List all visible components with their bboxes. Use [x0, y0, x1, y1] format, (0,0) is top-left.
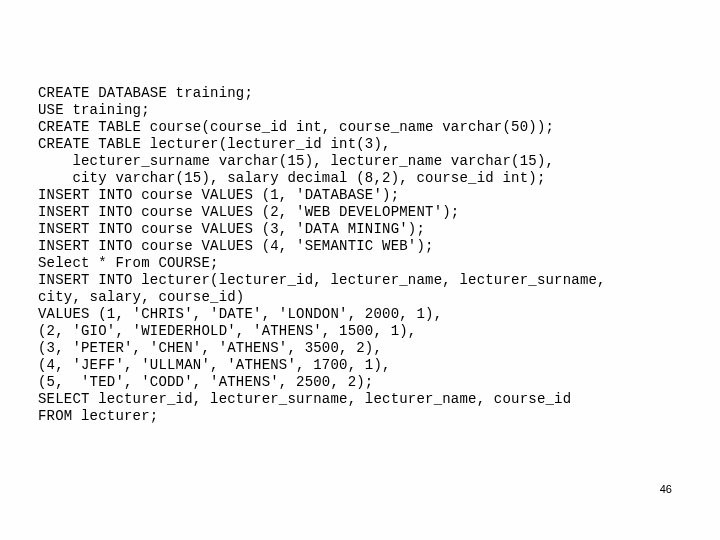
code-line: FROM lecturer; — [38, 408, 690, 425]
code-line: INSERT INTO course VALUES (1, 'DATABASE'… — [38, 187, 690, 204]
code-line: (2, 'GIO', 'WIEDERHOLD', 'ATHENS', 1500,… — [38, 323, 690, 340]
code-line: (4, 'JEFF', 'ULLMAN', 'ATHENS', 1700, 1)… — [38, 357, 690, 374]
code-line: CREATE TABLE lecturer(lecturer_id int(3)… — [38, 136, 690, 153]
code-line: VALUES (1, 'CHRIS', 'DATE', 'LONDON', 20… — [38, 306, 690, 323]
code-line: USE training; — [38, 102, 690, 119]
code-line: Select * From COURSE; — [38, 255, 690, 272]
code-line: (3, 'PETER', 'CHEN', 'ATHENS', 3500, 2), — [38, 340, 690, 357]
sql-code-block: CREATE DATABASE training; USE training; … — [38, 85, 690, 425]
code-line: CREATE TABLE course(course_id int, cours… — [38, 119, 690, 136]
code-line: INSERT INTO course VALUES (3, 'DATA MINI… — [38, 221, 690, 238]
code-line: lecturer_surname varchar(15), lecturer_n… — [38, 153, 690, 170]
code-line: INSERT INTO lecturer(lecturer_id, lectur… — [38, 272, 690, 289]
code-line: INSERT INTO course VALUES (2, 'WEB DEVEL… — [38, 204, 690, 221]
code-line: INSERT INTO course VALUES (4, 'SEMANTIC … — [38, 238, 690, 255]
code-line: city varchar(15), salary decimal (8,2), … — [38, 170, 690, 187]
code-line: city, salary, course_id) — [38, 289, 690, 306]
page-number: 46 — [660, 483, 672, 495]
code-line: SELECT lecturer_id, lecturer_surname, le… — [38, 391, 690, 408]
code-line: CREATE DATABASE training; — [38, 85, 690, 102]
code-line: (5, 'TED', 'CODD', 'ATHENS', 2500, 2); — [38, 374, 690, 391]
